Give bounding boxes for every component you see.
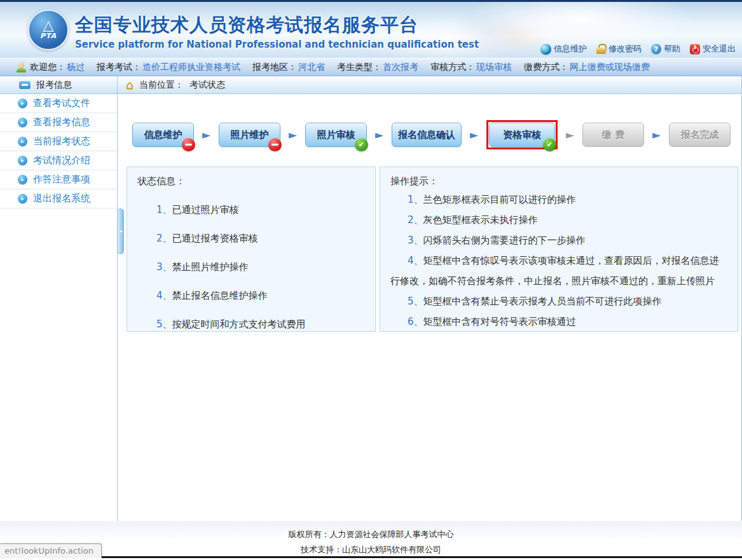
arrow-bullet-icon: ▸ (18, 156, 27, 165)
operation-tips-panel: 操作提示： 1、兰色矩形框表示目前可以进行的操作 2、灰色矩型框表示未执行操作 … (380, 167, 738, 332)
arrow-bullet-icon: ▸ (18, 137, 27, 146)
step-registration-confirm[interactable]: 报名信息确认 (392, 123, 462, 147)
sidebar-item-exit-system[interactable]: ▸ 退出报名系统 (0, 189, 117, 208)
item-text: 禁止照片维护操作 (172, 261, 249, 273)
status-panel-title: 状态信息： (137, 175, 365, 188)
step-photo-audit[interactable]: 照片审核 ✔ (305, 123, 367, 147)
region-label: 报考地区： (252, 62, 297, 73)
item-text: 按规定时间和方式支付考试费用 (172, 318, 306, 330)
item-number: 4、 (156, 290, 172, 301)
exam-label: 报考考试： (97, 62, 141, 73)
sidebar-item-current-status[interactable]: ▸ 当前报考状态 (0, 132, 117, 151)
logout-link[interactable]: 安全退出 (690, 43, 736, 55)
tech-support-line: 技术支持：山东山大鸥玛软件有限公司 (0, 542, 742, 557)
content-area: ⌂ 当前位置： 考试状态 信息维护 ► 照片维护 ► 照片审核 ✔ ► 报名信息… (118, 76, 741, 521)
collapse-arrow-icon: ◄ (119, 229, 122, 234)
step-info-maintain[interactable]: 信息维护 (132, 123, 194, 147)
status-item: 5、按规定时间和方式支付考试费用 (137, 318, 365, 331)
arrow-bullet-icon: ▸ (18, 175, 27, 184)
logo-text: PTA (40, 32, 57, 40)
tips-item: 4、矩型框中含有惊叹号表示该项审核未通过，查看原因后，对报名信息进行修改，如确不… (390, 250, 727, 291)
item-number: 2、 (408, 214, 423, 226)
item-number: 5、 (408, 296, 423, 307)
sidebar: 报考信息 ▸ 查看考试文件 ▸ 查看报考信息 ▸ 当前报考状态 ▸ 考试情况介绍… (0, 76, 118, 521)
current-step-highlight: 资格审核 ✔ (486, 120, 558, 149)
flow-arrow-icon: ► (470, 130, 478, 140)
logo-triangle-icon: △ (43, 20, 54, 32)
tips-item: 6、矩型框中含有对号符号表示审核通过 (390, 311, 727, 332)
forbidden-badge-icon (268, 138, 282, 151)
arrow-bullet-icon: ▸ (18, 194, 27, 203)
item-number: 4、 (408, 255, 423, 266)
main-area: 报考信息 ▸ 查看考试文件 ▸ 查看报考信息 ▸ 当前报考状态 ▸ 考试情况介绍… (0, 76, 742, 521)
lock-icon (596, 44, 606, 54)
status-info-panel: 状态信息： 1、已通过照片审核 2、已通过报考资格审核 3、禁止照片维护操作 4… (127, 167, 376, 332)
step-label: 信息维护 (144, 129, 182, 141)
change-password-label: 修改密码 (608, 43, 642, 55)
sidebar-item-registration-info[interactable]: ▸ 查看报考信息 (0, 113, 117, 132)
step-photo-maintain[interactable]: 照片维护 (219, 123, 280, 147)
step-label: 缴 费 (602, 129, 624, 141)
item-number: 2、 (156, 233, 172, 244)
page-header: △ PTA 全国专业技术人员资格考试报名服务平台 Service platfor… (0, 0, 742, 58)
item-text: 兰色矩形框表示目前可以进行的操作 (423, 194, 576, 205)
item-number: 1、 (156, 204, 172, 215)
status-item: 2、已通过报考资格审核 (137, 233, 365, 245)
tips-item: 1、兰色矩形框表示目前可以进行的操作 (390, 189, 727, 210)
item-text: 矩型框中含有禁止号表示报考人员当前不可进行此项操作 (423, 296, 662, 307)
sidebar-item-answer-notes[interactable]: ▸ 作答注意事项 (0, 170, 117, 189)
step-label: 报名完成 (680, 129, 718, 141)
flow-arrow-icon: ► (289, 130, 297, 140)
sidebar-item-exam-intro[interactable]: ▸ 考试情况介绍 (0, 151, 117, 170)
step-label: 照片维护 (230, 129, 268, 141)
browser-status-bar: ent!lookUpInfo.action (0, 543, 102, 558)
item-text: 已通过报考资格审核 (172, 233, 258, 244)
user-name: 杨过 (67, 62, 85, 73)
site-title: 全国专业技术人员资格考试报名服务平台 (75, 13, 479, 38)
breadcrumb-current-page: 考试状态 (189, 79, 225, 91)
sidebar-header-label: 报考信息 (36, 79, 72, 91)
item-number: 3、 (408, 235, 423, 246)
sidebar-item-label: 当前报考状态 (33, 135, 90, 147)
change-password-link[interactable]: 修改密码 (596, 43, 642, 55)
flow-arrow-icon: ► (202, 130, 210, 140)
info-maintain-label: 信息维护 (554, 43, 587, 55)
info-maintain-link[interactable]: 信息维护 (540, 43, 587, 55)
item-number: 5、 (156, 318, 172, 330)
step-payment: 缴 费 (582, 123, 644, 147)
breadcrumb-label: 当前位置： (139, 79, 184, 91)
sidebar-collapse-handle[interactable]: ◄ (117, 208, 124, 254)
exam-field: 报考考试： 造价工程师执业资格考试 (97, 62, 240, 73)
payment-mode-value: 网上缴费或现场缴费 (570, 62, 650, 73)
sidebar-item-exam-files[interactable]: ▸ 查看考试文件 (0, 94, 117, 113)
breadcrumb: ⌂ 当前位置： 考试状态 (118, 76, 741, 94)
tips-item: 3、闪烁箭头右侧为需要进行的下一步操作 (390, 230, 727, 250)
item-number: 6、 (408, 316, 423, 327)
audit-mode-value: 现场审核 (476, 62, 512, 73)
arrow-bullet-icon: ▸ (18, 118, 27, 127)
forbidden-badge-icon (182, 138, 195, 151)
item-text: 已通过照片审核 (172, 204, 239, 215)
sidebar-item-label: 查看考试文件 (33, 97, 90, 109)
help-link[interactable]: ? 帮助 (651, 43, 680, 55)
copyright-line: 版权所有：人力资源社会保障部人事考试中心 (0, 527, 742, 542)
step-registration-complete: 报名完成 (669, 123, 731, 147)
pta-logo-icon: △ PTA (28, 10, 69, 50)
collapse-section-icon[interactable] (19, 81, 31, 89)
globe-icon (540, 44, 551, 55)
person-icon (17, 62, 26, 72)
step-qualification-audit[interactable]: 资格审核 ✔ (489, 123, 555, 147)
tips-item: 2、灰色矩型框表示未执行操作 (390, 210, 727, 230)
tips-item: 5、矩型框中含有禁止号表示报考人员当前不可进行此项操作 (390, 291, 727, 311)
step-label: 资格审核 (503, 129, 541, 141)
utility-links: 信息维护 修改密码 ? 帮助 安全退出 (540, 43, 736, 55)
audit-mode-field: 审核方式： 现场审核 (430, 62, 512, 73)
logout-label: 安全退出 (703, 43, 736, 55)
status-item: 3、禁止照片维护操作 (137, 261, 365, 273)
item-text: 矩型框中含有对号符号表示审核通过 (423, 316, 576, 327)
sidebar-item-label: 查看报考信息 (33, 116, 90, 128)
payment-mode-label: 缴费方式： (524, 62, 568, 73)
sidebar-item-label: 考试情况介绍 (33, 154, 90, 167)
site-subtitle: Service platform for National Profession… (75, 39, 479, 50)
arrow-bullet-icon: ▸ (18, 99, 27, 108)
